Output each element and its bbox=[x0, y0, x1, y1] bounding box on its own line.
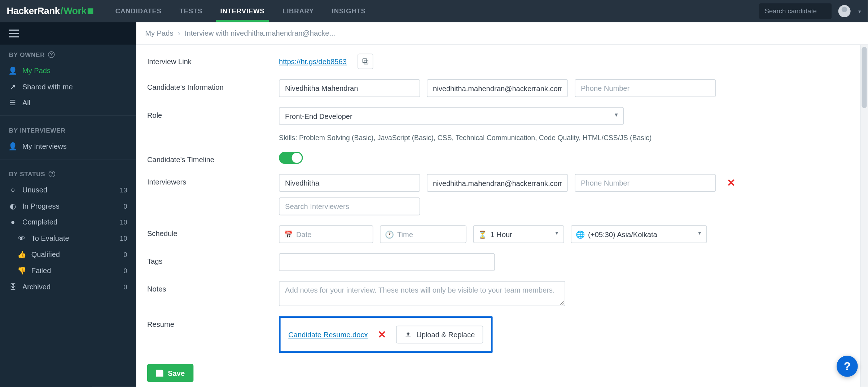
interview-link-url[interactable]: https://hr.gs/deb8563 bbox=[279, 57, 347, 66]
save-button[interactable]: Save bbox=[147, 364, 194, 382]
form-content: Interview Link https://hr.gs/deb8563 Can… bbox=[136, 45, 868, 387]
role-select[interactable] bbox=[279, 107, 624, 125]
sidebar-item-unused[interactable]: ○Unused13 bbox=[0, 182, 136, 198]
completed-count: 10 bbox=[120, 218, 127, 226]
upload-icon bbox=[405, 331, 412, 338]
scrollbar-track[interactable] bbox=[860, 45, 868, 387]
chevron-right-icon: › bbox=[178, 29, 180, 37]
by-interviewer-label: BY INTERVIEWER bbox=[9, 127, 66, 134]
user-menu-caret-icon[interactable]: ▾ bbox=[858, 8, 861, 14]
label-resume: Resume bbox=[147, 316, 279, 353]
resume-filename-link[interactable]: Candidate Resume.docx bbox=[289, 330, 368, 339]
circle-empty-icon: ○ bbox=[9, 186, 17, 194]
person-icon: 👤 bbox=[9, 142, 17, 150]
archived-label: Archived bbox=[22, 283, 51, 291]
label-timeline: Candidate's Timeline bbox=[147, 152, 279, 164]
hamburger-icon[interactable] bbox=[9, 30, 19, 37]
candidate-name-input[interactable] bbox=[279, 79, 420, 97]
nav-tab-insights[interactable]: INSIGHTS bbox=[332, 0, 366, 22]
interviewer-phone-input[interactable] bbox=[575, 174, 716, 192]
inprogress-count: 0 bbox=[123, 202, 127, 210]
remove-interviewer-button[interactable]: ✕ bbox=[727, 177, 736, 189]
qualified-count: 0 bbox=[123, 250, 127, 258]
sidebar-section-by-interviewer: BY INTERVIEWER bbox=[0, 120, 136, 138]
inprogress-label: In Progress bbox=[22, 202, 60, 210]
breadcrumb-root[interactable]: My Pads bbox=[145, 29, 173, 37]
help-fab-button[interactable]: ? bbox=[837, 356, 858, 377]
copy-icon bbox=[362, 57, 370, 65]
breadcrumb: My Pads › Interview with nivedhitha.mahe… bbox=[136, 22, 868, 45]
duration-value: 1 Hour bbox=[491, 230, 512, 238]
time-placeholder: Time bbox=[397, 230, 413, 238]
tz-value: (+05:30) Asia/Kolkata bbox=[588, 230, 658, 238]
circle-half-icon: ◐ bbox=[9, 202, 17, 210]
all-label: All bbox=[22, 99, 30, 107]
toeval-count: 10 bbox=[120, 235, 127, 243]
sidebar-item-toevaluate[interactable]: 👁To Evaluate10 bbox=[0, 230, 136, 246]
schedule-timezone-select[interactable]: 🌐(+05:30) Asia/Kolkata bbox=[571, 225, 707, 243]
schedule-date-input[interactable]: 📅Date bbox=[279, 225, 373, 243]
archive-icon: 🗄 bbox=[9, 283, 17, 291]
nav-tab-candidates[interactable]: CANDIDATES bbox=[115, 0, 162, 22]
help-icon[interactable]: ? bbox=[48, 51, 55, 58]
eye-icon: 👁 bbox=[18, 234, 26, 243]
label-schedule: Schedule bbox=[147, 225, 279, 243]
list-icon: ☰ bbox=[9, 99, 17, 107]
sidebar-item-all[interactable]: ☰All bbox=[0, 95, 136, 111]
sidebar-item-qualified[interactable]: 👍Qualified0 bbox=[0, 246, 136, 263]
label-interview-link: Interview Link bbox=[147, 54, 279, 69]
sidebar-item-completed[interactable]: ●Completed10 bbox=[0, 214, 136, 230]
thumbs-up-icon: 👍 bbox=[18, 250, 26, 259]
svg-rect-0 bbox=[364, 60, 368, 64]
timeline-toggle[interactable] bbox=[279, 152, 303, 164]
candidate-phone-input[interactable] bbox=[575, 79, 716, 97]
nav-tabs: CANDIDATES TESTS INTERVIEWS LIBRARY INSI… bbox=[115, 0, 366, 22]
user-avatar-icon[interactable] bbox=[838, 5, 851, 17]
by-status-label: BY STATUS bbox=[9, 170, 45, 177]
schedule-time-input[interactable]: 🕐Time bbox=[380, 225, 467, 243]
role-skills-text: Skills: Problem Solving (Basic), JavaScr… bbox=[279, 134, 652, 142]
calendar-icon: 📅 bbox=[284, 230, 293, 238]
tags-input[interactable] bbox=[279, 253, 495, 271]
logo-square-icon bbox=[87, 8, 93, 14]
svg-rect-1 bbox=[363, 59, 367, 63]
thumbs-down-icon: 👎 bbox=[18, 266, 26, 275]
shared-label: Shared with me bbox=[22, 83, 73, 91]
sidebar-top bbox=[0, 22, 136, 45]
sidebar-item-my-interviews[interactable]: 👤My Interviews bbox=[0, 138, 136, 155]
top-nav: HackerRank/Work CANDIDATES TESTS INTERVI… bbox=[0, 0, 868, 22]
breadcrumb-current: Interview with nivedhitha.mahendran@hack… bbox=[185, 29, 335, 37]
qualified-label: Qualified bbox=[31, 250, 60, 259]
logo-text-hacker: HackerRank bbox=[7, 5, 60, 17]
upload-replace-button[interactable]: Upload & Replace bbox=[396, 325, 483, 343]
nav-tab-library[interactable]: LIBRARY bbox=[282, 0, 314, 22]
share-icon: ↗ bbox=[9, 83, 17, 91]
notes-textarea[interactable] bbox=[279, 281, 566, 306]
help-icon[interactable]: ? bbox=[49, 170, 56, 177]
archived-count: 0 bbox=[123, 283, 127, 291]
hourglass-icon: ⏳ bbox=[478, 230, 487, 238]
sidebar-item-inprogress[interactable]: ◐In Progress0 bbox=[0, 198, 136, 214]
label-interviewers: Interviewers bbox=[147, 174, 279, 215]
scrollbar-thumb[interactable] bbox=[862, 47, 867, 108]
schedule-duration-select[interactable]: ⏳1 Hour bbox=[473, 225, 564, 243]
upload-label: Upload & Replace bbox=[417, 330, 475, 339]
sidebar-item-failed[interactable]: 👎Failed0 bbox=[0, 263, 136, 279]
save-icon bbox=[156, 369, 163, 377]
search-interviewers-input[interactable] bbox=[279, 197, 420, 215]
sidebar-item-my-pads[interactable]: 👤My Pads bbox=[0, 62, 136, 79]
copy-link-button[interactable] bbox=[358, 54, 373, 69]
nav-tab-interviews[interactable]: INTERVIEWS bbox=[220, 0, 265, 22]
sidebar-section-by-status: BY STATUS? bbox=[0, 164, 136, 182]
nav-tab-tests[interactable]: TESTS bbox=[179, 0, 202, 22]
candidate-email-input[interactable] bbox=[427, 79, 568, 97]
remove-resume-button[interactable]: ✕ bbox=[378, 328, 386, 341]
search-candidate-input[interactable] bbox=[759, 3, 832, 19]
sidebar-item-archived[interactable]: 🗄Archived0 bbox=[0, 279, 136, 295]
interviewer-name-input[interactable] bbox=[279, 174, 420, 192]
logo[interactable]: HackerRank/Work bbox=[7, 5, 93, 17]
sidebar-item-shared[interactable]: ↗Shared with me bbox=[0, 79, 136, 95]
interviewer-email-input[interactable] bbox=[427, 174, 568, 192]
failed-count: 0 bbox=[123, 267, 127, 275]
sidebar: BY OWNER? 👤My Pads ↗Shared with me ☰All … bbox=[0, 22, 136, 387]
